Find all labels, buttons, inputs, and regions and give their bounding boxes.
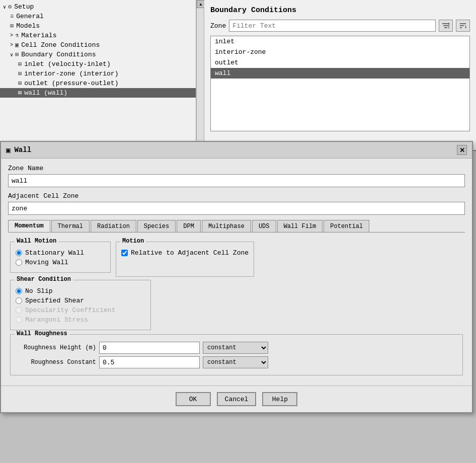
setup-icon: ⚙ — [8, 3, 12, 11]
adjacent-input[interactable] — [8, 202, 465, 215]
tab-potential[interactable]: Potential — [324, 220, 369, 232]
roughness-constant-dropdown[interactable]: constant — [203, 356, 268, 368]
shear-condition-title: Shear Condition — [15, 276, 73, 283]
roughness-height-input[interactable] — [99, 342, 200, 354]
dialog-title-icon: ▣ — [6, 146, 10, 155]
specularity-radio: Specularity Coefficient — [16, 306, 145, 314]
close-button[interactable]: ✕ — [457, 145, 467, 155]
zone-label: Zone — [210, 22, 226, 30]
sidebar-item-general[interactable]: ≡ General — [0, 12, 196, 21]
moving-wall-input[interactable] — [16, 259, 22, 266]
sidebar: ∨ ⚙ Setup ≡ General ⊞ Models > ⚗ Materia… — [0, 0, 196, 150]
tab-wall-film[interactable]: Wall Film — [277, 220, 323, 232]
roughness-height-row: Roughness Height (m) constant — [16, 342, 457, 354]
tab-momentum[interactable]: Momentum — [8, 220, 50, 232]
sidebar-item-outlet[interactable]: ⊞ outlet (pressure-outlet) — [0, 79, 196, 88]
tab-dpm[interactable]: DPM — [177, 220, 201, 232]
sidebar-label-wall: wall (wall) — [24, 89, 67, 97]
tab-content-inner: Wall Motion Stationary Wall Moving Wall — [10, 242, 463, 277]
zone-name-label: Zone Name — [8, 165, 465, 172]
cancel-button[interactable]: Cancel — [217, 392, 257, 406]
wall-motion-title: Wall Motion — [15, 238, 58, 245]
zone-item-interior[interactable]: interior-zone — [211, 47, 469, 57]
sidebar-label-boundary: Boundary Conditions — [21, 51, 96, 58]
sidebar-label-materials: Materials — [21, 32, 56, 39]
dialog-body: Zone Name Adjacent Cell Zone Momentum Th… — [1, 159, 472, 385]
general-icon: ≡ — [10, 13, 14, 20]
sidebar-label-general: General — [16, 13, 44, 20]
tab-uds[interactable]: UDS — [252, 220, 276, 232]
dialog-footer: OK Cancel Help — [1, 385, 472, 412]
tab-species[interactable]: Species — [137, 220, 176, 232]
adjacent-label: Adjacent Cell Zone — [8, 192, 465, 200]
roughness-constant-row: Roughness Constant constant — [16, 356, 457, 368]
no-slip-label: No Slip — [25, 287, 53, 295]
motion-group: Motion Relative to Adjacent Cell Zone — [116, 242, 254, 277]
tab-content-momentum: Wall Motion Stationary Wall Moving Wall — [8, 238, 465, 379]
specified-shear-label: Specified Shear — [25, 297, 84, 304]
stationary-wall-label: Stationary Wall — [25, 249, 84, 257]
marangoni-label: Marangoni Stress — [25, 316, 88, 324]
relative-label: Relative to Adjacent Cell Zone — [131, 249, 249, 257]
help-button[interactable]: Help — [262, 392, 297, 406]
roughness-constant-label: Roughness Constant — [16, 359, 96, 366]
boundary-conditions-title: Boundary Conditions — [210, 6, 470, 15]
zone-name-input[interactable] — [8, 174, 465, 187]
sidebar-item-setup[interactable]: ∨ ⚙ Setup — [0, 2, 196, 12]
sidebar-label-models: Models — [16, 22, 40, 30]
collapse-arrow-boundary: ∨ — [10, 52, 13, 58]
sidebar-item-interior[interactable]: ⊞ interior-zone (interior) — [0, 69, 196, 79]
zone-filter-row: Zone — [210, 20, 470, 32]
no-slip-radio[interactable]: No Slip — [16, 287, 145, 295]
ok-button[interactable]: OK — [176, 392, 211, 406]
zone-list: inlet interior-zone outlet wall — [210, 36, 470, 131]
sidebar-item-boundary[interactable]: ∨ ⊞ Boundary Conditions — [0, 50, 196, 59]
sort-icon-btn[interactable] — [456, 20, 470, 32]
zone-item-outlet[interactable]: outlet — [211, 57, 469, 68]
collapse-arrow-cell: > — [10, 42, 13, 48]
sidebar-item-models[interactable]: ⊞ Models — [0, 21, 196, 31]
no-slip-input[interactable] — [16, 288, 22, 294]
zone-item-wall[interactable]: wall — [211, 68, 469, 79]
sidebar-item-inlet[interactable]: ⊞ inlet (velocity-inlet) — [0, 59, 196, 69]
sidebar-item-wall[interactable]: ⊞ wall (wall) — [0, 88, 196, 98]
zone-item-inlet[interactable]: inlet — [211, 36, 469, 47]
shear-condition-group: Shear Condition No Slip Specified Shear … — [10, 280, 151, 330]
tab-thermal[interactable]: Thermal — [51, 220, 90, 232]
relative-checkbox[interactable] — [121, 250, 128, 256]
filter-icon-btn[interactable] — [439, 20, 453, 32]
sidebar-label-inlet: inlet (velocity-inlet) — [24, 60, 111, 68]
stationary-wall-radio[interactable]: Stationary Wall — [16, 249, 105, 257]
stationary-wall-input[interactable] — [16, 250, 22, 256]
inlet-icon: ⊞ — [18, 60, 22, 68]
zone-filter-input[interactable] — [229, 20, 436, 32]
specified-shear-input[interactable] — [16, 297, 22, 304]
tabs-container: Momentum Thermal Radiation Species DPM M… — [8, 220, 465, 233]
tab-radiation[interactable]: Radiation — [91, 220, 136, 232]
wall-icon: ⊞ — [18, 89, 22, 97]
outlet-icon: ⊞ — [18, 80, 22, 87]
sidebar-item-materials[interactable]: > ⚗ Materials — [0, 31, 196, 40]
roughness-height-label: Roughness Height (m) — [16, 344, 96, 351]
wall-dialog: ▣ Wall ✕ Zone Name Adjacent Cell Zone Mo… — [0, 141, 473, 413]
wall-roughness-section: Wall Roughness Roughness Height (m) cons… — [10, 334, 463, 375]
materials-icon: ⚗ — [15, 32, 19, 39]
sidebar-label-cell: Cell Zone Conditions — [21, 41, 100, 49]
wall-motion-group: Wall Motion Stationary Wall Moving Wall — [10, 242, 111, 273]
collapse-arrow-materials: > — [10, 33, 13, 38]
specified-shear-radio[interactable]: Specified Shear — [16, 297, 145, 304]
models-icon: ⊞ — [10, 22, 14, 30]
dialog-titlebar: ▣ Wall ✕ — [1, 142, 472, 159]
sidebar-label-setup: Setup — [14, 3, 34, 11]
roughness-height-dropdown[interactable]: constant — [203, 342, 268, 354]
tab-multiphase[interactable]: Multiphase — [202, 220, 251, 232]
roughness-constant-input[interactable] — [99, 356, 200, 368]
dialog-title-text: Wall — [14, 146, 457, 154]
sidebar-scrollbar[interactable]: ▲ ▼ — [196, 0, 204, 150]
moving-wall-radio[interactable]: Moving Wall — [16, 259, 105, 266]
relative-checkbox-label[interactable]: Relative to Adjacent Cell Zone — [121, 249, 249, 257]
marangoni-input — [16, 317, 22, 323]
scroll-up-btn[interactable]: ▲ — [197, 0, 205, 8]
interior-icon: ⊞ — [18, 70, 22, 78]
sidebar-item-cell-zone[interactable]: > ▣ Cell Zone Conditions — [0, 40, 196, 50]
